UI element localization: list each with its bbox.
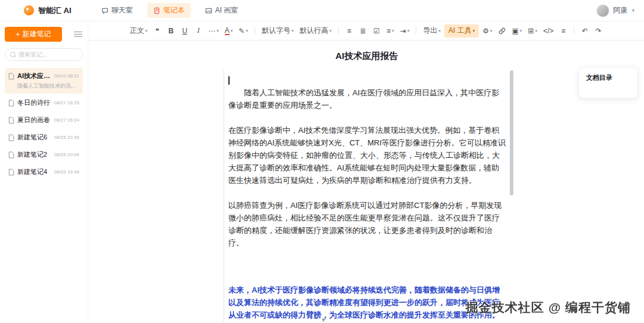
- note-date: 08/25 22:45: [54, 135, 79, 140]
- font-size-value: 默认字号: [262, 26, 290, 36]
- chevron-down-icon: ▾: [392, 29, 394, 33]
- note-list: AI技术应用报告 09/10 08:21 随着人工智能技术的迅... 冬日的诗行…: [5, 68, 83, 180]
- chevron-down-icon: ▾: [231, 29, 233, 33]
- note-list-item[interactable]: AI技术应用报告 09/10 08:21 随着人工智能技术的迅...: [5, 68, 83, 94]
- chevron-down-icon: ▾: [246, 29, 248, 33]
- note-date: 08/27 16:25: [54, 100, 79, 105]
- nav-item-chat[interactable]: 聊天室: [95, 3, 139, 18]
- task-list-button[interactable]: ☑: [370, 24, 383, 38]
- note-list-item[interactable]: 新建笔记2 08/25 20:06: [5, 147, 83, 163]
- code-icon: </>: [543, 27, 553, 35]
- toolbar-divider: [338, 27, 339, 35]
- redo-button[interactable]: ↷: [592, 24, 605, 38]
- bullet-list-button[interactable]: ≡: [343, 24, 355, 38]
- note-title: 新建笔记2: [17, 150, 51, 159]
- notebook-icon: [153, 7, 160, 14]
- image-button[interactable]: ▣▾: [509, 24, 524, 38]
- ai-tools-button[interactable]: AI 工具▾: [444, 24, 479, 38]
- nav-item-label: 笔记本: [163, 5, 185, 15]
- align-icon: ≡: [386, 27, 391, 35]
- note-title: AI技术应用报告: [17, 72, 51, 80]
- nav-item-notebook[interactable]: 笔记本: [147, 3, 191, 18]
- bold-button[interactable]: B: [165, 24, 177, 38]
- more-format-button[interactable]: ⋯▾: [206, 24, 221, 38]
- note-date: 08/27 16:24: [54, 117, 79, 123]
- scroll-down-indicator[interactable]: ▼: [321, 317, 326, 323]
- note-date: 08/25 19:48: [54, 169, 79, 175]
- document-icon: [8, 134, 14, 141]
- align-select[interactable]: ≡▾: [384, 24, 397, 38]
- more-menu-button[interactable]: ≡: [557, 24, 569, 38]
- paragraph-style-value: 正文: [130, 26, 144, 36]
- note-list-item[interactable]: 新建笔记4 08/25 19:48: [5, 164, 83, 180]
- chevron-down-icon: ▾: [145, 29, 148, 33]
- paragraph-highlighted: 未来，AI技术于医疗影像诊断领域必将持续迭代完善，随着数据储备的与日俱增以及算法…: [228, 284, 506, 321]
- editor-scrollbar[interactable]: [510, 69, 513, 321]
- italic-button[interactable]: I: [192, 24, 205, 38]
- nav-item-label: AI 画室: [215, 5, 239, 15]
- code-button[interactable]: </>: [541, 24, 556, 38]
- chevron-down-icon: ▾: [292, 29, 294, 33]
- table-button[interactable]: ⊞▾: [525, 24, 540, 38]
- chevron-down-icon: ▾: [329, 29, 332, 33]
- underline-icon: U: [182, 27, 187, 35]
- chat-icon: [101, 7, 109, 14]
- user-name: 阿康: [613, 5, 627, 15]
- user-menu[interactable]: 阿康 ▾: [596, 4, 634, 17]
- new-note-label: 新建笔记: [23, 29, 51, 39]
- avatar: [596, 4, 609, 17]
- toolbar-divider: [574, 27, 574, 35]
- settings-button[interactable]: ⚙▾: [480, 24, 494, 38]
- notes-sidebar: + 新建笔记 AI技术应用报告 09/10 08:21 随着人工智能技术的迅..…: [0, 21, 88, 323]
- scrollbar-thumb[interactable]: [510, 70, 513, 195]
- underline-button[interactable]: U: [178, 24, 191, 38]
- editor-area: AI技术应用报告 随着人工智能技术的迅猛发展，AI在医疗领域的应用日益深入，其中…: [88, 41, 644, 323]
- app-logo[interactable]: 智能汇 AI: [24, 5, 72, 16]
- indent-select[interactable]: ⇥▾: [398, 24, 412, 38]
- note-list-item[interactable]: 夏日的画卷 08/27 16:24: [5, 112, 83, 128]
- outline-panel[interactable]: 文档目录: [578, 67, 638, 98]
- note-title: 夏日的画卷: [17, 116, 51, 125]
- app-title: 智能汇 AI: [38, 5, 72, 16]
- note-date: 08/25 20:06: [54, 152, 79, 157]
- primary-nav: 聊天室 笔记本 AI 画室: [95, 3, 244, 18]
- new-note-button[interactable]: + 新建笔记: [5, 27, 62, 42]
- note-search: [5, 48, 83, 61]
- plus-icon: +: [16, 30, 20, 39]
- line-height-value: 默认行高: [299, 26, 328, 36]
- paint-icon: [205, 7, 212, 14]
- task-list-icon: ☑: [373, 27, 380, 35]
- chevron-down-icon: ▾: [473, 29, 475, 33]
- font-size-select[interactable]: 默认字号▾: [259, 24, 296, 38]
- link-button[interactable]: [496, 24, 508, 38]
- note-list-item[interactable]: 新建笔记6 08/25 22:45: [5, 129, 83, 145]
- search-input[interactable]: [5, 48, 83, 61]
- export-button[interactable]: 导出▾: [420, 24, 443, 38]
- chevron-down-icon: ▾: [632, 8, 634, 13]
- ordered-list-icon: ≣: [360, 27, 366, 35]
- nav-item-label: 聊天室: [112, 5, 133, 15]
- highlight-button[interactable]: ✎▾: [236, 24, 250, 38]
- image-icon: ▣: [512, 27, 518, 35]
- ordered-list-button[interactable]: ≣: [357, 24, 369, 38]
- paragraph: 以肺癌筛查为例，AI医疗影像诊断系统可以通过对肺部CT影像的分析，早期发现微小的…: [228, 199, 506, 249]
- font-color-button[interactable]: A▾: [222, 24, 236, 38]
- collapse-sidebar-icon[interactable]: [73, 31, 83, 38]
- logo-icon: [24, 5, 34, 15]
- document-title: AI技术应用报告: [224, 51, 510, 62]
- note-preview: 随着人工智能技术的迅...: [8, 82, 79, 90]
- undo-button[interactable]: ↶: [578, 24, 591, 38]
- editor-toolbar: 正文▾ ❝ B U I ⋯▾ A▾ ✎▾ 默认字号▾ 默认行高▾ ≡ ≣ ☑ ≡…: [88, 21, 644, 41]
- toolbar-divider: [416, 27, 416, 35]
- document-icon: [8, 100, 14, 107]
- more-icon: ⋯: [208, 27, 215, 35]
- blockquote-button[interactable]: ❝: [151, 24, 163, 38]
- document-body[interactable]: 随着人工智能技术的迅猛发展，AI在医疗领域的应用日益深入，其中医疗影像诊断是重要…: [224, 69, 510, 323]
- link-icon: [499, 27, 506, 35]
- undo-icon: ↶: [582, 27, 588, 35]
- nav-item-ai-studio[interactable]: AI 画室: [199, 3, 244, 18]
- paragraph-style-select[interactable]: 正文▾: [128, 24, 150, 38]
- table-icon: ⊞: [528, 27, 534, 35]
- note-list-item[interactable]: 冬日的诗行 08/27 16:25: [5, 95, 83, 111]
- line-height-select[interactable]: 默认行高▾: [297, 24, 334, 38]
